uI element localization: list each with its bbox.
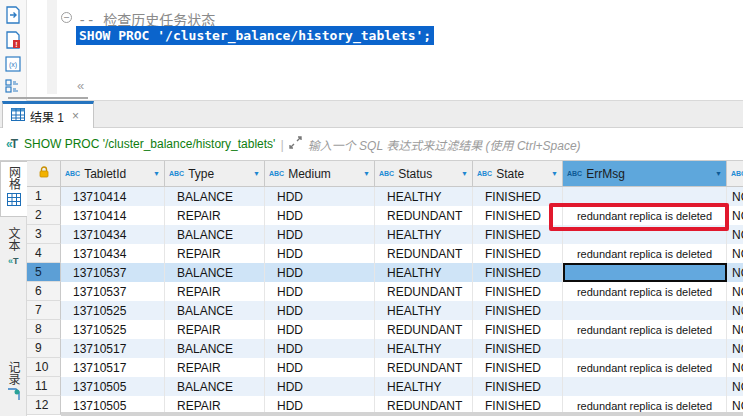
grid-cell[interactable]: 13710537 [61,263,165,282]
table-row[interactable]: 913710517BALANCEHDDHEALTHYFINISHEDNO [27,339,743,358]
grid-cell[interactable]: FINISHED [473,244,563,263]
grid-cell[interactable]: BALANCE [165,377,265,396]
row-number[interactable]: 7 [27,301,61,320]
row-number[interactable]: 2 [27,206,61,225]
grid-cell[interactable]: REPAIR [165,320,265,339]
view-tab-record[interactable]: 记录 [0,357,27,416]
grid-cell[interactable]: BALANCE [165,263,265,282]
view-tab-text[interactable]: 文本 «T [0,223,27,279]
grid-cell[interactable]: REPAIR [165,244,265,263]
execute-script-icon[interactable] [5,6,21,24]
grid-cell[interactable]: HDD [265,320,375,339]
row-number[interactable]: 11 [27,377,61,396]
chevron-down-icon[interactable]: ▼ [153,170,160,177]
column-header-state[interactable]: ABC State ▼ [473,161,563,186]
grid-cell[interactable]: 13710434 [61,225,165,244]
grid-cell[interactable]: HDD [265,187,375,206]
table-row[interactable]: 513710537BALANCEHDDHEALTHYFINISHEDNO [27,263,743,282]
row-number[interactable]: 1 [27,187,61,206]
grid-cell[interactable]: REPAIR [165,206,265,225]
column-header-tabletid[interactable]: ABC TabletId ▼ [61,161,165,186]
grid-cell[interactable]: NO [727,301,743,320]
row-number[interactable]: 9 [27,339,61,358]
table-row[interactable]: 113710414BALANCEHDDHEALTHYFINISHEDNO [27,187,743,206]
column-header-medium[interactable]: ABC Medium ▼ [265,161,375,186]
editor-collapse-chevron[interactable]: « [77,78,84,93]
grid-cell[interactable]: FINISHED [473,187,563,206]
grid-cell[interactable]: FINISHED [473,282,563,301]
grid-cell[interactable]: HDD [265,282,375,301]
row-number[interactable]: 6 [27,282,61,301]
grid-cell[interactable]: 13710537 [61,282,165,301]
grid-cell[interactable]: HDD [265,358,375,377]
view-tab-grid[interactable]: 网格 [0,161,27,217]
row-number[interactable]: 8 [27,320,61,339]
chevron-down-icon[interactable]: ▼ [461,170,468,177]
table-row[interactable]: 713710525BALANCEHDDHEALTHYFINISHEDNO [27,301,743,320]
grid-cell[interactable]: HDD [265,301,375,320]
column-header-status[interactable]: ABC Status ▼ [375,161,473,186]
outline-icon[interactable] [5,79,21,93]
script-error-icon[interactable]: ! [5,31,21,49]
row-number[interactable]: 12 [27,396,61,415]
fold-collapse-icon[interactable]: – [61,12,72,23]
grid-cell[interactable]: FINISHED [473,358,563,377]
grid-cell[interactable]: 13710434 [61,244,165,263]
grid-cell[interactable]: BALANCE [165,301,265,320]
row-number[interactable]: 3 [27,225,61,244]
row-number[interactable]: 10 [27,358,61,377]
grid-cell[interactable]: redundant replica is deleted [563,320,727,339]
grid-cell[interactable]: NO [727,358,743,377]
grid-cell[interactable]: HEALTHY [375,263,473,282]
grid-cell[interactable]: NO [727,282,743,301]
grid-cell[interactable]: redundant replica is deleted [563,358,727,377]
table-row[interactable]: 213710414REPAIRHDDREDUNDANTFINISHEDredun… [27,206,743,225]
grid-cell[interactable]: NO [727,244,743,263]
pane-sash-handle[interactable] [8,97,88,99]
grid-cell[interactable]: NO [727,320,743,339]
grid-cell[interactable]: redundant replica is deleted [563,206,727,225]
row-number[interactable]: 5 [27,263,61,282]
filter-input-placeholder[interactable]: 输入一个 SQL 表达式来过滤结果 (使用 Ctrl+Space) [308,136,581,153]
grid-cell[interactable]: HEALTHY [375,301,473,320]
tab-results-1[interactable]: 结果 1 × [2,101,94,128]
grid-cell[interactable]: HEALTHY [375,339,473,358]
grid-cell[interactable]: FINISHED [473,320,563,339]
grid-cell[interactable]: REPAIR [165,358,265,377]
grid-cell[interactable]: HDD [265,263,375,282]
grid-cell[interactable] [563,339,727,358]
grid-cell[interactable]: 13710525 [61,301,165,320]
grid-cell[interactable]: NO [727,339,743,358]
grid-cell[interactable]: FINISHED [473,225,563,244]
grid-cell[interactable]: NO [727,263,743,282]
grid-cell[interactable]: HDD [265,377,375,396]
chevron-down-icon[interactable]: ▼ [253,170,260,177]
expand-filter-icon[interactable] [289,135,302,153]
grid-cell[interactable]: FINISHED [473,301,563,320]
grid-cell[interactable]: redundant replica is deleted [563,244,727,263]
grid-cell[interactable]: HEALTHY [375,187,473,206]
grid-cell[interactable]: REPAIR [165,282,265,301]
grid-cell[interactable]: 13710505 [61,377,165,396]
table-row[interactable]: 413710434REPAIRHDDREDUNDANTFINISHEDredun… [27,244,743,263]
grid-cell[interactable]: redundant replica is deleted [563,282,727,301]
sql-statement-selected[interactable]: SHOW PROC '/cluster_balance/history_tabl… [76,26,434,45]
grid-cell[interactable]: REDUNDANT [375,244,473,263]
column-header-clipped[interactable]: ABC [727,161,743,186]
grid-cell[interactable]: HEALTHY [375,225,473,244]
horizontal-scrollbar[interactable] [61,412,743,416]
grid-cell[interactable]: 13710517 [61,358,165,377]
grid-cell[interactable]: FINISHED [473,377,563,396]
tab-close-icon[interactable]: × [72,109,79,123]
executed-query-text[interactable]: SHOW PROC '/cluster_balance/history_tabl… [24,137,275,151]
grid-cell[interactable] [563,301,727,320]
grid-cell[interactable]: HDD [265,339,375,358]
chevron-down-icon[interactable]: ▼ [715,170,722,177]
grid-corner-cell[interactable] [27,161,61,186]
table-row[interactable]: 1013710517REPAIRHDDREDUNDANTFINISHEDredu… [27,358,743,377]
row-number[interactable]: 4 [27,244,61,263]
chevron-down-icon[interactable]: ▼ [551,170,558,177]
table-row[interactable]: 1113710505BALANCEHDDHEALTHYFINISHEDNO [27,377,743,396]
grid-cell[interactable]: FINISHED [473,206,563,225]
grid-cell[interactable]: NO [727,377,743,396]
